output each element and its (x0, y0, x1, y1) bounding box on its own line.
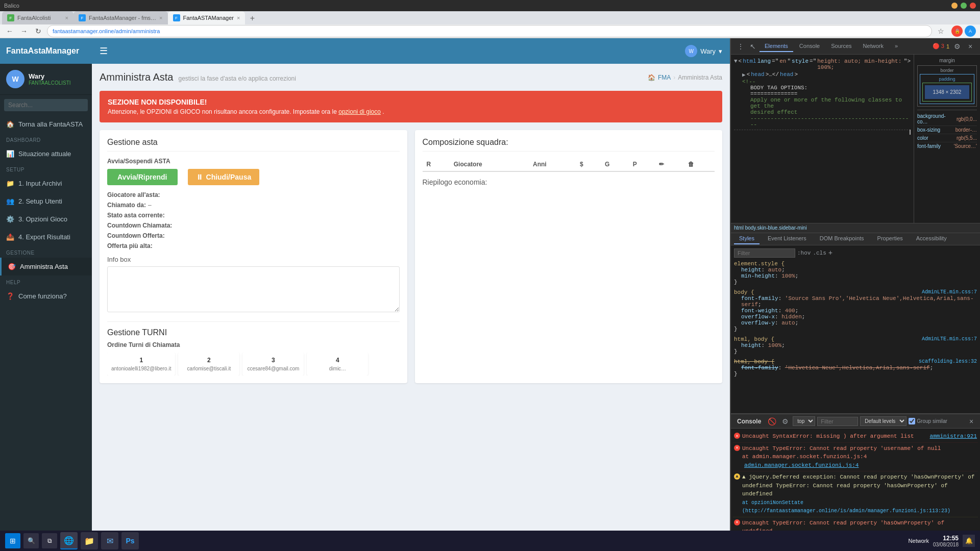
style-source-html-body: AdminLTE.min.css:7 (922, 336, 977, 342)
col-edit: ✏ (655, 158, 683, 171)
minimize-button[interactable] (951, 3, 958, 9)
tab-close-1[interactable]: × (65, 15, 68, 21)
info-box-textarea[interactable] (107, 266, 400, 312)
sidebar-item-torna[interactable]: 🏠 Torna alla FantaASTA (0, 115, 92, 133)
devtools-close-button[interactable]: × (965, 41, 976, 52)
reload-button[interactable]: ↻ (33, 26, 44, 37)
explorer-taskbar-icon[interactable]: 📁 (81, 532, 98, 549)
devtools-tab-elements[interactable]: Elements (760, 41, 793, 52)
console-warn-1: ▲ ▲ jQuery.Deferred exception: Cannot re… (733, 471, 978, 517)
breadcrumb: 🏠 FMA › Amministra Asta (648, 74, 722, 81)
dom-breakpoints-tab[interactable]: DOM Breakpoints (815, 233, 869, 244)
prop-val-1: rgb(0,0... (957, 116, 977, 122)
sidebar-item-come-funziona[interactable]: ❓ Come funziona? (0, 287, 92, 305)
alert-link[interactable]: opzioni di gioco (338, 108, 381, 115)
html-comment-dashes: ----------------------------------------… (734, 115, 911, 128)
extension-icon-2[interactable]: A (965, 26, 976, 37)
devtools-tab-network[interactable]: Network (858, 41, 889, 52)
search-taskbar-button[interactable]: 🔍 (23, 533, 39, 548)
devtools-tab-console[interactable]: Console (794, 41, 825, 52)
styles-filter-input[interactable] (734, 248, 795, 258)
sidebar-item-amministra-asta[interactable]: 🎯 Amministra Asta (0, 258, 92, 276)
dashboard-icon: 📊 (6, 150, 14, 158)
devtools-pointer-button[interactable]: ↖ (747, 41, 758, 52)
avatar: W (6, 70, 24, 88)
field-label-chiamato: Chiamato da: (107, 202, 146, 209)
head-expand-icon[interactable]: ▶ (742, 71, 746, 78)
html-breadcrumb: html body.skin-blue.sidebar-mini (734, 225, 807, 231)
devtools-tab-sources[interactable]: Sources (826, 41, 856, 52)
event-listeners-tab[interactable]: Event Listeners (763, 233, 812, 244)
sidebar-item-situazione[interactable]: 📊 Situazione attuale (0, 145, 92, 163)
sidebar-item-setup-utenti[interactable]: 👥 2. Setup Utenti (0, 192, 92, 210)
sidebar-item-opzioni-gioco[interactable]: ⚙️ 3. Opzioni Gioco (0, 210, 92, 228)
gear-icon: ⚙️ (6, 215, 14, 223)
address-bar[interactable]: fantaastamanager.online/admin/amministra (47, 25, 932, 37)
sidebar-item-label: Come funziona? (18, 292, 67, 300)
devtools-tab-more[interactable]: » (890, 41, 903, 52)
topbar-user[interactable]: W Wary ▾ (685, 45, 722, 57)
bookmark-button[interactable]: ☆ (935, 26, 946, 37)
mail-icon: ✉ (107, 536, 113, 546)
console-error-2: ✕ Uncaught TypeError: Cannot read proper… (733, 443, 978, 472)
ps-taskbar-icon[interactable]: Ps (121, 532, 139, 549)
info-box-label: Info box (107, 256, 400, 263)
menu-toggle-button[interactable]: ☰ (100, 45, 108, 57)
new-tab-button[interactable]: + (246, 12, 258, 24)
styles-area: :hov .cls + element.style { height: auto… (731, 245, 980, 414)
console-close-button[interactable]: × (966, 416, 977, 427)
styles-add-button[interactable]: + (828, 249, 832, 257)
close-button[interactable] (970, 3, 976, 9)
alert-title: SEZIONE NON DISPONIBILE! (108, 98, 714, 106)
styles-panel-tabs: Styles Event Listeners DOM Breakpoints P… (731, 233, 980, 245)
console-levels-select[interactable]: Default levels (860, 416, 906, 426)
breadcrumb-fma[interactable]: FMA (658, 74, 671, 81)
search-input[interactable] (4, 99, 88, 111)
sidebar-item-label: 2. Setup Utenti (18, 197, 62, 205)
tab-close-2[interactable]: × (159, 15, 162, 21)
tab-favicon-1: F (7, 14, 14, 21)
tab-close-3[interactable]: × (237, 15, 240, 21)
sidebar-item-label: 1. Input Archivi (18, 180, 62, 187)
group-similar-checkbox[interactable] (909, 418, 915, 424)
user-name: Wary (29, 72, 71, 80)
page-subtitle: gestisci la fase d'asta e/o applica corr… (178, 75, 296, 82)
extension-icon-1[interactable]: 🔒 (951, 26, 963, 37)
console-link-1[interactable]: amministra:921 (930, 432, 977, 441)
group-similar-label[interactable]: Group similar (909, 418, 947, 424)
properties-tab[interactable]: Properties (872, 233, 908, 244)
target-icon: 🎯 (8, 263, 16, 270)
browser-tab-2[interactable]: F FantaAstaManager - fms… × (74, 11, 168, 24)
console-link-2[interactable]: admin.manager.socket.funzioni.js:4 (744, 462, 859, 468)
console-error-1: ✕ Uncaught SyntaxError: missing ) after … (733, 431, 978, 443)
maximize-button[interactable] (961, 3, 967, 9)
html-attr-lang: lang (757, 58, 771, 64)
alert-text-pre: Attenzione, le OPZIONI di GIOCO non risu… (108, 108, 338, 115)
notifications-button[interactable]: 🔔 (963, 535, 975, 547)
expand-icon[interactable]: ▼ (734, 58, 738, 64)
network-label: Network (909, 538, 929, 544)
console-settings-button[interactable]: ⚙ (779, 416, 791, 427)
home-breadcrumb-icon: 🏠 (648, 74, 655, 81)
devtools-inspect-button[interactable]: ⋮ (735, 41, 746, 52)
sidebar-item-input-archivi[interactable]: 📁 1. Input Archivi (0, 174, 92, 192)
browser-tab-3[interactable]: F FantaASTAManager × (168, 11, 246, 24)
avvia-riprendi-button[interactable]: Avvia/Riprendi (107, 169, 178, 185)
console-filter-input[interactable] (817, 417, 858, 426)
console-clear-button[interactable]: 🚫 (766, 416, 777, 427)
start-button[interactable]: ⊞ (5, 533, 20, 548)
devtools-settings-button[interactable]: ⚙ (951, 41, 963, 52)
styles-tab[interactable]: Styles (734, 233, 760, 244)
browser-tab-1[interactable]: F FantaAlcolisti × (2, 11, 74, 24)
chiudi-pausa-button[interactable]: ⏸ Chiudi/Pausa (188, 169, 260, 185)
back-button[interactable]: ← (4, 26, 15, 37)
browser-taskbar-icon[interactable]: 🌐 (60, 532, 78, 549)
sidebar-item-export-risultati[interactable]: 📤 4. Export Risultati (0, 228, 92, 246)
task-view-button[interactable]: ⧉ (42, 533, 57, 548)
error-icon-2: ✕ (734, 445, 740, 451)
forward-button[interactable]: → (18, 26, 30, 37)
mail-taskbar-icon[interactable]: ✉ (101, 532, 118, 549)
accessibility-tab[interactable]: Accessibility (911, 233, 952, 244)
turno-email-3: ccesare84@gmail.com (247, 366, 300, 371)
console-context-select[interactable]: top (793, 416, 815, 426)
